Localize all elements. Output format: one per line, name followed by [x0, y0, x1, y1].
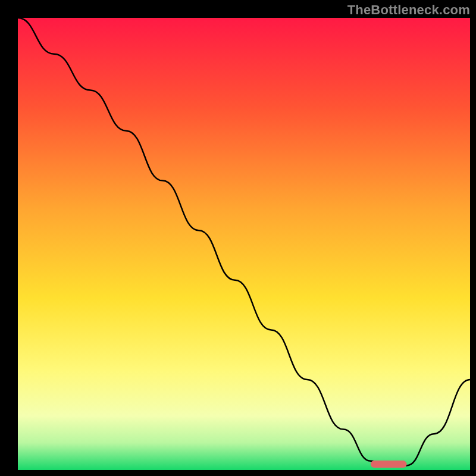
- gradient-background: [18, 18, 470, 470]
- chart-frame: TheBottleneck.com: [0, 0, 476, 476]
- optimal-marker: [371, 461, 407, 468]
- plot-area: [18, 18, 470, 470]
- watermark-text: TheBottleneck.com: [347, 2, 470, 18]
- plot-svg: [18, 18, 470, 470]
